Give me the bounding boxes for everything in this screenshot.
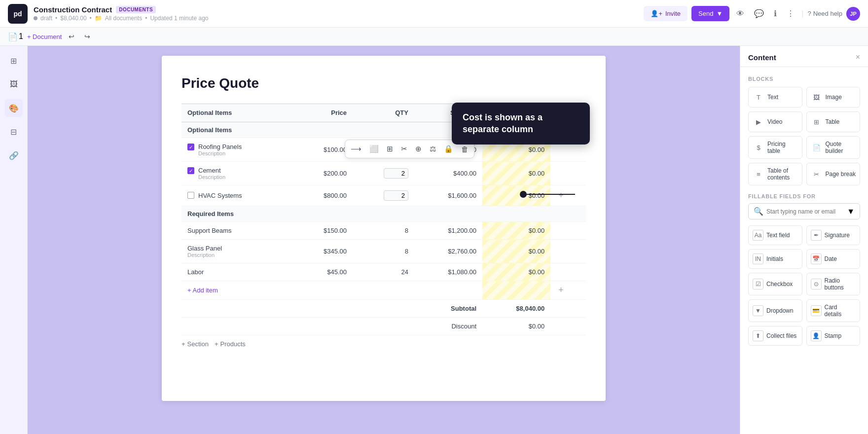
- block-item-toc[interactable]: ≡ Table of contents: [748, 163, 802, 185]
- right-panel-close-button[interactable]: ×: [856, 53, 860, 62]
- sidebar-icon-palette[interactable]: 🎨: [5, 99, 23, 117]
- sidebar-icon-link[interactable]: 🔗: [5, 146, 23, 164]
- field-item-stamp[interactable]: 👤 Stamp: [806, 326, 861, 346]
- toolbar-layout-icon[interactable]: ⬜: [366, 142, 382, 156]
- item-cost: $0.00: [482, 263, 550, 281]
- item-price: $345.00: [293, 240, 353, 263]
- search-wrapper[interactable]: 🔍 ▼: [748, 203, 860, 219]
- doc-updated: Updated 1 minute ago: [150, 15, 208, 22]
- search-dropdown-icon[interactable]: ▼: [847, 207, 855, 216]
- collect-files-icon: ⬆: [753, 330, 763, 341]
- row-action-cell: +: [550, 185, 586, 206]
- stamp-icon: 👤: [811, 330, 822, 341]
- redo-button[interactable]: ↪: [81, 31, 93, 42]
- page-icon: 📄: [8, 32, 18, 41]
- doc-separator3: •: [145, 15, 147, 22]
- field-item-signature[interactable]: ✒ Signature: [806, 225, 861, 245]
- field-label-dropdown: Dropdown: [766, 307, 794, 314]
- block-item-page-break[interactable]: ✂ Page break: [806, 163, 861, 185]
- doc-title-row: Construction Contract DOCUMENTS: [34, 5, 638, 14]
- add-column-button[interactable]: +: [556, 285, 566, 295]
- add-row-button[interactable]: +: [556, 190, 566, 201]
- sidebar-icon-image[interactable]: 🖼: [5, 75, 23, 93]
- toolbar-adjust-icon[interactable]: ⚖: [426, 142, 439, 156]
- undo-button[interactable]: ↩: [66, 31, 77, 42]
- add-section-button[interactable]: + Section: [181, 340, 209, 348]
- item-cell: Support Beams: [181, 222, 293, 240]
- doc-separator: •: [55, 15, 57, 22]
- item-qty[interactable]: [353, 185, 414, 206]
- field-item-card[interactable]: 💳 Card details: [806, 299, 861, 322]
- summary-subtotal-row: Subtotal $8,040.00: [181, 300, 586, 318]
- more-options-button[interactable]: ⋮: [784, 6, 797, 21]
- item-qty[interactable]: [353, 162, 414, 185]
- image-icon: 🖼: [811, 91, 823, 103]
- checkbox-roofing[interactable]: ✓: [187, 144, 194, 150]
- field-item-dropdown[interactable]: ▼ Dropdown: [748, 299, 802, 322]
- add-item-row: + Add item +: [181, 281, 586, 300]
- item-cell: HVAC Systems: [181, 185, 293, 206]
- toolbar-scissors-icon[interactable]: ✂: [398, 142, 411, 156]
- item-name: Labor: [187, 268, 288, 276]
- doc-separator2: •: [90, 15, 92, 22]
- invite-button[interactable]: 👤+ Invite: [644, 6, 687, 21]
- sidebar-icon-table[interactable]: ⊟: [5, 123, 23, 141]
- need-help-button[interactable]: ? Need help: [807, 10, 842, 17]
- toolbar-arrow-icon[interactable]: ⟶: [347, 142, 365, 156]
- tooltip-dot: [520, 191, 527, 198]
- discount-value: $0.00: [482, 318, 550, 335]
- item-desc: Description: [198, 174, 225, 180]
- block-label-table: Table: [826, 118, 840, 125]
- toolbar-grid-icon[interactable]: ⊞: [383, 142, 397, 156]
- page-break-icon: ✂: [811, 168, 823, 180]
- send-button[interactable]: Send ▼: [691, 6, 729, 21]
- right-panel: Content × BLOCKS T Text 🖼 Image: [740, 46, 868, 434]
- info-button[interactable]: ℹ: [771, 6, 780, 21]
- add-item-button[interactable]: + Add item: [187, 287, 218, 294]
- app-logo: pd: [8, 4, 28, 24]
- item-price: $45.00: [293, 263, 353, 281]
- block-item-pricing-table[interactable]: $ Pricing table: [748, 136, 802, 159]
- block-item-quote-builder[interactable]: 📄 Quote builder: [806, 136, 861, 159]
- item-desc: Description: [198, 150, 242, 156]
- app-shell: pd Construction Contract DOCUMENTS draft…: [0, 0, 868, 434]
- field-label-initials: Initials: [766, 255, 783, 262]
- block-item-video[interactable]: ▶ Video: [748, 111, 802, 132]
- doc-meta: draft • $8,040.00 • 📁 All documents • Up…: [34, 15, 638, 22]
- qty-input[interactable]: [384, 168, 408, 179]
- dropdown-icon: ▼: [753, 305, 763, 316]
- field-item-radio[interactable]: ⊙ Radio buttons: [806, 273, 861, 295]
- item-qty: 8: [353, 240, 414, 263]
- fields-grid: Aa Text field ✒ Signature IN Initials: [748, 225, 860, 346]
- block-item-text[interactable]: T Text: [748, 87, 802, 108]
- preview-button[interactable]: 👁: [733, 6, 747, 21]
- field-item-text[interactable]: Aa Text field: [748, 225, 802, 245]
- checkbox-hvac[interactable]: [187, 192, 194, 199]
- toolbar-plus-icon[interactable]: ⊕: [412, 142, 425, 156]
- item-name: Glass Panel: [187, 245, 288, 252]
- section-name-required: Required Items: [181, 206, 586, 222]
- field-item-collect-files[interactable]: ⬆ Collect files: [748, 326, 802, 346]
- block-item-table[interactable]: ⊞ Table: [806, 111, 861, 132]
- topbar: pd Construction Contract DOCUMENTS draft…: [0, 0, 868, 28]
- add-document-button[interactable]: + Document: [27, 33, 62, 40]
- field-item-date[interactable]: 📅 Date: [806, 249, 861, 269]
- text-icon: T: [753, 91, 764, 103]
- add-item-cell: + Add item: [181, 281, 482, 300]
- item-cell: Glass Panel Description: [181, 240, 293, 263]
- field-item-checkbox[interactable]: ☑ Checkbox: [748, 273, 802, 295]
- user-avatar[interactable]: JP: [846, 7, 860, 21]
- checkbox-cement[interactable]: ✓: [187, 167, 194, 174]
- sidebar-icon-layers[interactable]: ⊞: [5, 52, 23, 70]
- subtotal-value: $8,040.00: [482, 300, 550, 318]
- field-label-text: Text field: [766, 232, 790, 239]
- add-products-button[interactable]: + Products: [215, 340, 246, 348]
- item-price: $200.00: [293, 162, 353, 185]
- block-item-image[interactable]: 🖼 Image: [806, 87, 861, 108]
- discount-label: Discount: [414, 318, 482, 335]
- comments-button[interactable]: 💬: [751, 6, 767, 21]
- item-price: $100.00: [293, 138, 353, 162]
- qty-input[interactable]: [384, 190, 408, 201]
- search-input[interactable]: [766, 208, 844, 215]
- field-item-initials[interactable]: IN Initials: [748, 249, 802, 269]
